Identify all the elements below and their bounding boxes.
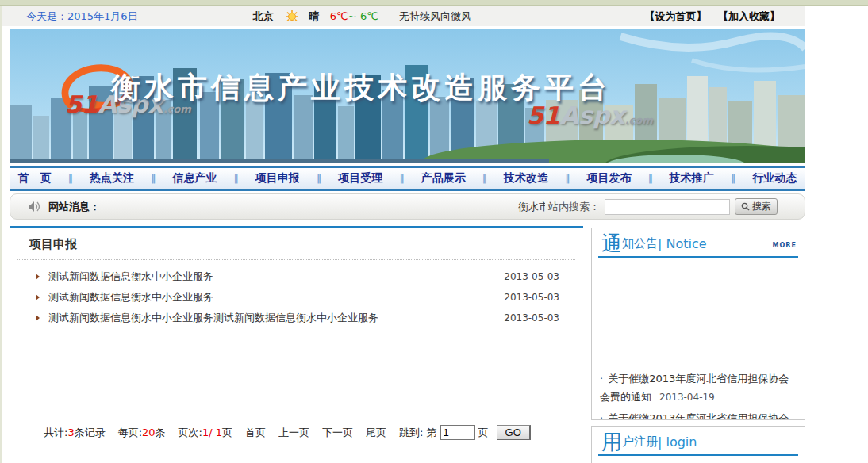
triangle-bullet-icon <box>36 315 40 321</box>
window-left-strip <box>0 6 2 463</box>
search-button[interactable]: 搜索 <box>735 198 778 215</box>
window-top-strip <box>0 0 868 6</box>
nav-item-product-show[interactable]: 产品展示 <box>421 171 466 186</box>
message-marquee: 衡水市 <box>518 200 545 214</box>
news-title[interactable]: 测试新闻数据信息衡水中小企业服务 <box>48 270 213 284</box>
notice-more-link[interactable]: more <box>773 239 797 254</box>
nav-separator: ‖ <box>482 173 487 184</box>
notice-panel: 通 知公告 | Notice more ·关于催缴2013年度河北省信用担保协会… <box>591 228 805 420</box>
site-title: 衡水市信息产业技术改造服务平台 <box>111 68 611 108</box>
today-date: 今天是：2015年1月6日 <box>26 10 138 24</box>
triangle-bullet-icon <box>36 294 40 300</box>
triangle-bullet-icon <box>36 274 40 280</box>
pager-next-link[interactable]: 下一页 <box>322 427 353 438</box>
notice-title-en: | Notice <box>658 236 707 254</box>
magnifier-icon <box>741 202 750 211</box>
notice-list: ·关于催缴2013年度河北省信用担保协会会费的通知2013-04-19 ·关于催… <box>600 369 798 420</box>
set-homepage-link[interactable]: 【设为首页】 <box>644 10 706 22</box>
pager-jump-input[interactable] <box>440 425 475 440</box>
nav-item-tech-promote[interactable]: 技术推广 <box>670 171 714 186</box>
notice-date: 2013-04-19 <box>659 392 715 403</box>
news-row[interactable]: 测试新闻数据信息衡水中小企业服务 2013-05-03 <box>10 266 583 287</box>
notice-row[interactable]: ·关于催缴2013年度河北省信用担保协会会费的通知2013-04-19 <box>600 369 798 407</box>
pager-jump-label: 跳到: 第 <box>399 426 437 440</box>
pager-first-link[interactable]: 首页 <box>245 427 266 438</box>
news-row[interactable]: 测试新闻数据信息衡水中小企业服务 2013-05-03 <box>10 287 583 308</box>
nav-item-project-accept[interactable]: 项目受理 <box>338 171 382 186</box>
news-title[interactable]: 测试新闻数据信息衡水中小企业服务测试新闻数据信息衡水中小企业服务 <box>48 311 378 325</box>
panel-title: 项目申报 <box>10 228 583 259</box>
nav-item-home[interactable]: 首 页 <box>18 171 52 186</box>
nav-item-project-apply[interactable]: 项目申报 <box>255 171 300 186</box>
news-row[interactable]: 测试新闻数据信息衡水中小企业服务测试新闻数据信息衡水中小企业服务 2013-05… <box>10 308 583 328</box>
nav-item-industry-news[interactable]: 行业动态 <box>752 171 797 186</box>
news-date: 2013-05-03 <box>504 292 559 303</box>
weather-condition: 晴 <box>309 10 319 24</box>
login-header: 用 户注册 | login <box>592 427 805 454</box>
nav-separator: ‖ <box>399 173 404 184</box>
news-date: 2013-05-03 <box>504 312 559 323</box>
nav-separator: ‖ <box>648 173 653 184</box>
nav-item-project-publish[interactable]: 项目发布 <box>586 171 631 186</box>
login-panel: 用 户注册 | login <box>591 426 805 463</box>
notice-header: 通 知公告 | Notice more <box>592 228 805 256</box>
project-apply-panel: 项目申报 测试新闻数据信息衡水中小企业服务 2013-05-03 测试新闻数据信… <box>10 226 583 463</box>
news-title[interactable]: 测试新闻数据信息衡水中小企业服务 <box>48 290 213 304</box>
temp-high: 6℃ <box>330 10 348 22</box>
banner: 51Aspx.com 51Aspx.com 衡水市信息产业技术改造服务平台 <box>10 29 805 163</box>
notice-text[interactable]: 关于催缴2013年度河北省信用担保协会会费的通知 <box>600 412 789 420</box>
notice-title: 知公告 <box>622 236 658 254</box>
topbar: 今天是：2015年1月6日 北京 晴 6℃ ~-6℃ 无持续风向微风 【设为首页… <box>2 6 805 26</box>
login-title-en: | login <box>658 434 697 452</box>
speaker-icon <box>28 201 40 212</box>
news-date: 2013-05-03 <box>504 271 559 282</box>
notice-underline <box>598 256 798 258</box>
pager-prev-link[interactable]: 上一页 <box>278 427 309 438</box>
page: 今天是：2015年1月6日 北京 晴 6℃ ~-6℃ 无持续风向微风 【设为首页… <box>0 0 868 463</box>
nav-separator: ‖ <box>565 173 570 184</box>
nav-item-info-industry[interactable]: 信息产业 <box>172 171 217 186</box>
add-favorite-link[interactable]: 【加入收藏】 <box>718 10 780 22</box>
site-search-label: 站内搜索： <box>548 200 600 214</box>
pager-jump-suffix: 页 <box>478 426 489 440</box>
sun-icon <box>283 10 301 24</box>
main-nav: 首 页‖ 热点关注‖ 信息产业‖ 项目申报‖ 项目受理‖ 产品展示‖ 技术改造‖… <box>10 166 805 191</box>
weather-wind: 无持续风向微风 <box>399 10 471 24</box>
nav-item-tech-transform[interactable]: 技术改造 <box>504 171 548 186</box>
pager-total: 共计:3条记录 <box>44 426 106 440</box>
nav-item-hot-topics[interactable]: 热点关注 <box>90 171 134 186</box>
login-title: 户注册 <box>622 434 658 452</box>
message-label: 网站消息： <box>48 200 100 214</box>
nav-separator: ‖ <box>68 173 73 184</box>
pager-per-page: 每页:20条 <box>118 426 166 440</box>
nav-separator: ‖ <box>234 173 239 184</box>
news-list: 测试新闻数据信息衡水中小企业服务 2013-05-03 测试新闻数据信息衡水中小… <box>10 260 583 328</box>
pager-go-button[interactable]: GO <box>497 425 531 440</box>
notice-title-big: 通 <box>601 233 622 254</box>
nav-separator: ‖ <box>317 173 321 184</box>
pager-last-link[interactable]: 尾页 <box>366 427 386 438</box>
login-underline <box>598 454 798 456</box>
notice-row[interactable]: ·关于催缴2013年度河北省信用担保协会会费的通知2013-04-19 <box>600 409 798 420</box>
message-bar: 网站消息： 衡水市 站内搜索： 搜索 <box>10 193 805 220</box>
temp-low: ~-6℃ <box>348 10 378 22</box>
site-search-input[interactable] <box>605 199 730 215</box>
weather-city: 北京 <box>253 10 274 24</box>
nav-separator: ‖ <box>731 173 735 184</box>
pagination: 共计:3条记录 每页:20条 页次:1/ 1页 首页 上一页 下一页 尾页 跳到… <box>10 425 583 440</box>
login-title-big: 用 <box>601 431 622 452</box>
pager-page-index: 页次:1/ 1页 <box>179 426 232 440</box>
nav-separator: ‖ <box>151 173 156 184</box>
